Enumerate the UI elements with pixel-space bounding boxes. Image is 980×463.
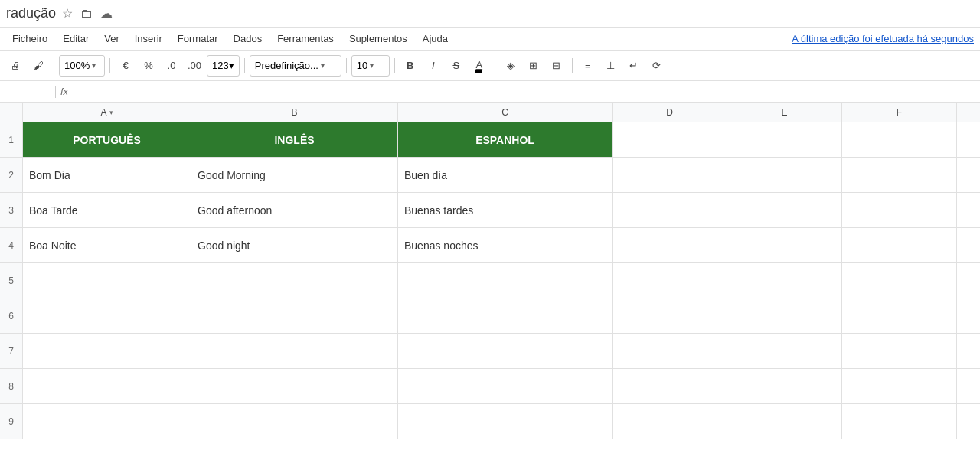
- toolbar-sep-6: [495, 58, 495, 73]
- cell-7-F[interactable]: [842, 334, 957, 368]
- cell-5-F[interactable]: [842, 263, 957, 298]
- col-header-a[interactable]: A ▾: [23, 103, 191, 122]
- cell-8-D[interactable]: [612, 369, 727, 403]
- font-size-dropdown[interactable]: 10 ▾: [351, 55, 390, 77]
- menu-ficheiro[interactable]: Ficheiro: [6, 31, 54, 46]
- folder-icon[interactable]: 🗀: [80, 7, 93, 21]
- currency-button[interactable]: €: [115, 55, 136, 77]
- paint-format-button[interactable]: 🖌: [28, 55, 49, 77]
- cell-4-C[interactable]: Buenas noches: [398, 228, 612, 262]
- menu-dados[interactable]: Dados: [227, 31, 269, 46]
- cell-3-D[interactable]: [612, 193, 727, 227]
- cell-7-C[interactable]: [398, 334, 612, 368]
- menu-ferramentas[interactable]: Ferramentas: [271, 31, 340, 46]
- decimal-decrease-button[interactable]: .0: [161, 55, 182, 77]
- document-title[interactable]: radução: [6, 5, 56, 21]
- borders-button[interactable]: ⊞: [523, 55, 544, 77]
- menu-formatar[interactable]: Formatar: [172, 31, 224, 46]
- percent-button[interactable]: %: [138, 55, 159, 77]
- cell-3-F[interactable]: [842, 193, 957, 227]
- menu-ver[interactable]: Ver: [98, 31, 126, 46]
- cell-4-D[interactable]: [612, 228, 727, 262]
- cell-3-A[interactable]: Boa Tarde: [23, 193, 191, 227]
- col-a-dropdown-icon[interactable]: ▾: [109, 109, 113, 116]
- cell-9-D[interactable]: [612, 404, 727, 439]
- cell-6-C[interactable]: [398, 298, 612, 333]
- cell-6-E[interactable]: [727, 298, 842, 333]
- cell-5-C[interactable]: [398, 263, 612, 298]
- cell-5-B[interactable]: [191, 263, 398, 298]
- cell-9-A[interactable]: [23, 404, 191, 439]
- cell-4-E[interactable]: [727, 228, 842, 262]
- cell-2-F[interactable]: [842, 158, 957, 192]
- cell-8-F[interactable]: [842, 369, 957, 403]
- cell-8-C[interactable]: [398, 369, 612, 403]
- print-button[interactable]: 🖨: [5, 55, 26, 77]
- zoom-dropdown[interactable]: 100% ▾: [59, 55, 105, 77]
- cell-6-D[interactable]: [612, 298, 727, 333]
- col-header-c[interactable]: C: [398, 103, 612, 122]
- col-header-e[interactable]: E: [727, 103, 842, 122]
- halign-button[interactable]: ≡: [577, 55, 599, 77]
- cell-5-A[interactable]: [23, 263, 191, 298]
- cell-9-C[interactable]: [398, 404, 612, 439]
- valign-button[interactable]: ⊥: [600, 55, 622, 77]
- cell-9-E[interactable]: [727, 404, 842, 439]
- cell-3-E[interactable]: [727, 193, 842, 227]
- table-row: 1PORTUGUÊSINGLÊSESPANHOL: [0, 122, 980, 158]
- text-wrap-button[interactable]: ↵: [623, 55, 645, 77]
- cell-7-E[interactable]: [727, 334, 842, 368]
- cell-7-B[interactable]: [191, 334, 398, 368]
- cell-1-B[interactable]: INGLÊS: [191, 122, 398, 157]
- cell-1-D[interactable]: [612, 122, 727, 157]
- cell-7-A[interactable]: [23, 334, 191, 368]
- star-icon[interactable]: ☆: [62, 6, 73, 21]
- cell-8-E[interactable]: [727, 369, 842, 403]
- col-header-d[interactable]: D: [612, 103, 727, 122]
- cell-3-B[interactable]: Good afternoon: [191, 193, 398, 227]
- cell-2-A[interactable]: Bom Dia: [23, 158, 191, 192]
- cell-6-A[interactable]: [23, 298, 191, 333]
- merge-cells-button[interactable]: ⊟: [546, 55, 567, 77]
- fill-color-button[interactable]: ◈: [500, 55, 521, 77]
- menu-inserir[interactable]: Inserir: [129, 31, 168, 46]
- cell-9-F[interactable]: [842, 404, 957, 439]
- cell-4-F[interactable]: [842, 228, 957, 262]
- italic-button[interactable]: I: [423, 55, 444, 77]
- menu-suplementos[interactable]: Suplementos: [343, 31, 413, 46]
- cloud-icon[interactable]: ☁: [100, 6, 113, 21]
- number-format-dropdown[interactable]: 123▾: [207, 55, 240, 77]
- bold-button[interactable]: B: [400, 55, 421, 77]
- strikethrough-button[interactable]: S: [446, 55, 467, 77]
- cell-4-A[interactable]: Boa Noite: [23, 228, 191, 262]
- cell-1-F[interactable]: [842, 122, 957, 157]
- toolbar-sep-1: [54, 58, 54, 73]
- text-rotate-button[interactable]: ⟳: [646, 55, 668, 77]
- font-color-button[interactable]: A: [469, 55, 490, 77]
- cell-3-C[interactable]: Buenas tardes: [398, 193, 612, 227]
- menu-ajuda[interactable]: Ajuda: [416, 31, 454, 46]
- decimal-increase-button[interactable]: .00: [184, 55, 205, 77]
- cell-1-C[interactable]: ESPANHOL: [398, 122, 612, 157]
- cell-2-C[interactable]: Buen día: [398, 158, 612, 192]
- cell-6-B[interactable]: [191, 298, 398, 333]
- cell-1-A[interactable]: PORTUGUÊS: [23, 122, 191, 157]
- cell-4-B[interactable]: Good night: [191, 228, 398, 262]
- font-family-dropdown[interactable]: Predefinição... ▾: [250, 55, 341, 77]
- col-header-f[interactable]: F: [842, 103, 957, 122]
- cell-5-E[interactable]: [727, 263, 842, 298]
- cell-2-B[interactable]: Good Morning: [191, 158, 398, 192]
- cell-5-D[interactable]: [612, 263, 727, 298]
- cell-1-E[interactable]: [727, 122, 842, 157]
- table-row: 3Boa TardeGood afternoonBuenas tardes: [0, 193, 980, 228]
- cell-7-D[interactable]: [612, 334, 727, 368]
- cell-8-A[interactable]: [23, 369, 191, 403]
- cell-2-D[interactable]: [612, 158, 727, 192]
- zoom-chevron: ▾: [92, 61, 96, 70]
- cell-9-B[interactable]: [191, 404, 398, 439]
- cell-6-F[interactable]: [842, 298, 957, 333]
- menu-editar[interactable]: Editar: [57, 31, 95, 46]
- cell-8-B[interactable]: [191, 369, 398, 403]
- col-header-b[interactable]: B: [191, 103, 398, 122]
- cell-2-E[interactable]: [727, 158, 842, 192]
